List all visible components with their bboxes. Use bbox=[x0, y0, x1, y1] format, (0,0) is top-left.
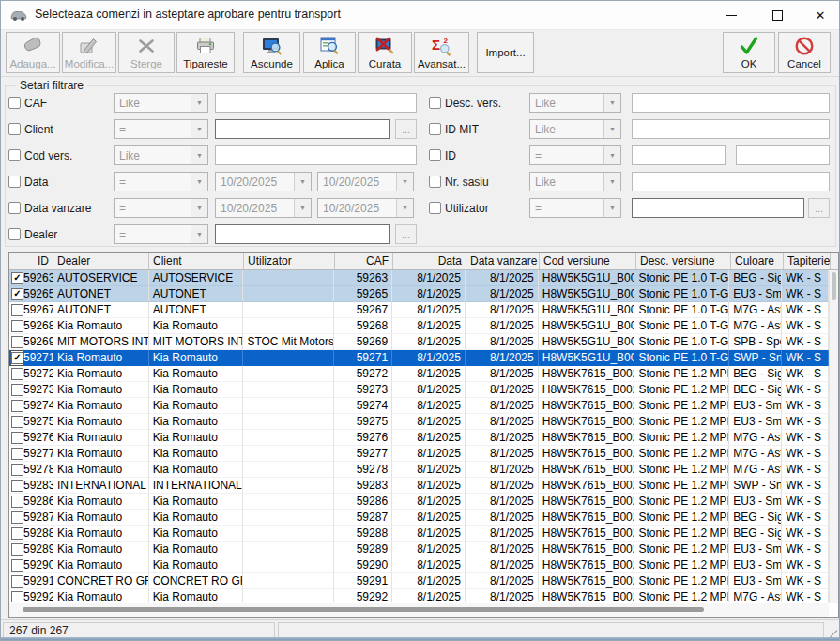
adauga-button[interactable]: Adauga... bbox=[6, 32, 60, 73]
dealer-filter-checkbox[interactable] bbox=[8, 228, 21, 240]
row-checkbox[interactable] bbox=[11, 591, 23, 603]
table-row[interactable]: 59286Kia RomautoKia Romauto592868/1/2025… bbox=[9, 494, 829, 510]
table-row[interactable]: 59269MIT MOTORS INTEMIT MOTORS INTESTOC … bbox=[9, 334, 829, 350]
tipareste-button[interactable]: Tipareste bbox=[176, 32, 235, 73]
row-checkbox[interactable] bbox=[11, 496, 23, 508]
ascunde-button[interactable]: Ascunde bbox=[243, 32, 300, 73]
table-row[interactable]: 59267AUTONETAUTONET592678/1/20258/1/2025… bbox=[9, 302, 829, 318]
table-row[interactable]: 59275Kia RomautoKia Romauto592758/1/2025… bbox=[9, 414, 829, 430]
row-checkbox[interactable] bbox=[11, 480, 23, 492]
utilizator-browse-button[interactable]: ... bbox=[808, 198, 830, 218]
id-operator-select[interactable]: =▼ bbox=[529, 145, 621, 165]
row-checkbox[interactable] bbox=[11, 464, 23, 476]
column-header-cod-versiune[interactable]: Cod versiune bbox=[540, 253, 636, 269]
id-filter-input-to[interactable] bbox=[736, 145, 830, 165]
id-mit-filter-input[interactable] bbox=[632, 119, 830, 139]
row-checkbox[interactable] bbox=[11, 320, 23, 332]
desc-vers-filter-input[interactable] bbox=[632, 93, 830, 113]
id-filter-checkbox[interactable] bbox=[429, 149, 441, 161]
curata-button[interactable]: Curata bbox=[358, 32, 412, 73]
utilizator-filter-input[interactable] bbox=[632, 198, 804, 218]
table-row[interactable]: 59289Kia RomautoKia Romauto592898/1/2025… bbox=[9, 542, 829, 557]
row-checkbox[interactable] bbox=[11, 527, 23, 540]
id-mit-filter-checkbox[interactable] bbox=[429, 123, 441, 135]
table-row[interactable]: 59290Kia RomautoKia Romauto592908/1/2025… bbox=[9, 557, 829, 573]
row-checkbox[interactable]: ✓ bbox=[11, 352, 23, 364]
id-filter-input-from[interactable] bbox=[632, 145, 726, 165]
column-header-desc-versiune[interactable]: Desc. versiune bbox=[636, 253, 731, 269]
vertical-scrollbar-thumb[interactable] bbox=[832, 272, 836, 300]
table-row[interactable]: 59291CONCRET RO GRUCONCRET RO GRU592918/… bbox=[9, 573, 829, 589]
column-header-tapiterie[interactable]: Tapiterie bbox=[784, 253, 831, 269]
utilizator-operator-select[interactable]: =▼ bbox=[529, 198, 621, 218]
desc-vers-operator-select[interactable]: Like▼ bbox=[529, 93, 621, 113]
cell-data-vanzare: 8/1/2025 bbox=[466, 366, 539, 382]
import-button[interactable]: Import... bbox=[477, 32, 534, 73]
ok-button[interactable]: OK bbox=[723, 32, 775, 73]
row-checkbox[interactable] bbox=[11, 511, 23, 524]
cell-client: CONCRET RO GRU bbox=[149, 573, 244, 589]
sterge-button[interactable]: Sterge bbox=[118, 32, 175, 73]
maximize-button[interactable] bbox=[758, 1, 796, 29]
table-row[interactable]: 59276Kia RomautoKia Romauto592768/1/2025… bbox=[9, 430, 829, 446]
row-checkbox[interactable] bbox=[11, 400, 23, 412]
column-header-data[interactable]: Data bbox=[393, 253, 466, 269]
cell-data-vanzare: 8/1/2025 bbox=[466, 589, 539, 602]
row-checkbox[interactable] bbox=[11, 432, 23, 444]
close-button[interactable]: ✕ bbox=[802, 1, 839, 29]
nr-sasiu-filter-input[interactable] bbox=[632, 172, 830, 191]
table-row[interactable]: 59277Kia RomautoKia Romauto592778/1/2025… bbox=[9, 446, 829, 462]
column-header-id[interactable]: ID bbox=[9, 253, 53, 269]
column-header-culoare[interactable]: Culoare bbox=[731, 253, 784, 269]
table-row[interactable]: 59273Kia RomautoKia Romauto592738/1/2025… bbox=[9, 382, 829, 398]
row-checkbox[interactable] bbox=[11, 575, 23, 588]
column-header-dealer[interactable]: Dealer bbox=[53, 253, 149, 269]
row-checkbox[interactable] bbox=[11, 543, 23, 556]
horizontal-scrollbar-thumb[interactable] bbox=[23, 607, 704, 612]
row-check-area bbox=[11, 303, 23, 317]
row-id: 59286 bbox=[23, 494, 53, 510]
horizontal-scrollbar[interactable] bbox=[9, 603, 829, 617]
table-row[interactable]: 59278Kia RomautoKia Romauto592788/1/2025… bbox=[9, 462, 829, 478]
dealer-operator-select[interactable]: =▼ bbox=[114, 224, 208, 244]
nr-sasiu-operator-select[interactable]: Like▼ bbox=[529, 172, 621, 191]
column-header-client[interactable]: Client bbox=[149, 253, 244, 269]
table-row[interactable]: ✓59265AUTONETAUTONET592658/1/20258/1/202… bbox=[9, 286, 829, 302]
row-checkbox[interactable]: ✓ bbox=[11, 272, 23, 284]
modifica-button[interactable]: Modifica... bbox=[62, 32, 116, 73]
table-row[interactable]: 59272Kia RomautoKia Romauto592728/1/2025… bbox=[9, 366, 829, 382]
table-row[interactable]: 59268Kia RomautoKia Romauto592688/1/2025… bbox=[9, 318, 829, 334]
row-checkbox[interactable] bbox=[11, 304, 23, 316]
vertical-scrollbar[interactable] bbox=[829, 270, 838, 603]
cancel-button[interactable]: Cancel bbox=[778, 32, 831, 73]
cell-cod-versiune: H8W5K7615_B002 bbox=[539, 478, 635, 494]
column-header-data-vanzare[interactable]: Data vanzare bbox=[466, 253, 540, 269]
table-row[interactable]: 59283INTERNATIONAL MINTERNATIONAL M59283… bbox=[9, 478, 829, 494]
desc-vers-filter-checkbox[interactable] bbox=[429, 97, 441, 109]
table-row[interactable]: ✓59271Kia RomautoKia Romauto592718/1/202… bbox=[9, 350, 829, 366]
table-row[interactable]: 59288Kia RomautoKia Romauto592888/1/2025… bbox=[9, 526, 829, 542]
row-checkbox[interactable] bbox=[11, 448, 23, 460]
row-checkbox[interactable] bbox=[11, 559, 23, 572]
row-id: 59274 bbox=[23, 398, 53, 414]
aplica-button[interactable]: Aplica bbox=[303, 32, 356, 73]
column-header-utilizator[interactable]: Utilizator bbox=[244, 253, 335, 269]
minimize-button[interactable] bbox=[712, 1, 750, 29]
column-header-caf[interactable]: CAF bbox=[335, 253, 393, 269]
maximize-icon bbox=[772, 10, 783, 21]
avansat-button[interactable]: Σ2 Avansat... bbox=[414, 32, 469, 73]
utilizator-filter-checkbox[interactable] bbox=[429, 202, 441, 214]
table-row[interactable]: 59287Kia RomautoKia Romauto592878/1/2025… bbox=[9, 510, 829, 526]
nr-sasiu-filter-checkbox[interactable] bbox=[429, 176, 441, 188]
dealer-browse-button[interactable]: ... bbox=[395, 224, 417, 244]
row-checkbox[interactable] bbox=[11, 416, 23, 428]
table-row[interactable]: ✓59263AUTOSERVICEAUTOSERVICE592638/1/202… bbox=[9, 270, 829, 286]
row-checkbox[interactable]: ✓ bbox=[11, 288, 23, 300]
row-checkbox[interactable] bbox=[11, 336, 23, 348]
table-row[interactable]: 59292Kia RomautoKia Romauto592928/1/2025… bbox=[9, 589, 829, 602]
id-mit-operator-select[interactable]: Like▼ bbox=[529, 119, 621, 139]
row-checkbox[interactable] bbox=[11, 368, 23, 380]
table-row[interactable]: 59274Kia RomautoKia Romauto592748/1/2025… bbox=[9, 398, 829, 414]
row-checkbox[interactable] bbox=[11, 384, 23, 396]
dealer-filter-input[interactable] bbox=[215, 224, 390, 244]
